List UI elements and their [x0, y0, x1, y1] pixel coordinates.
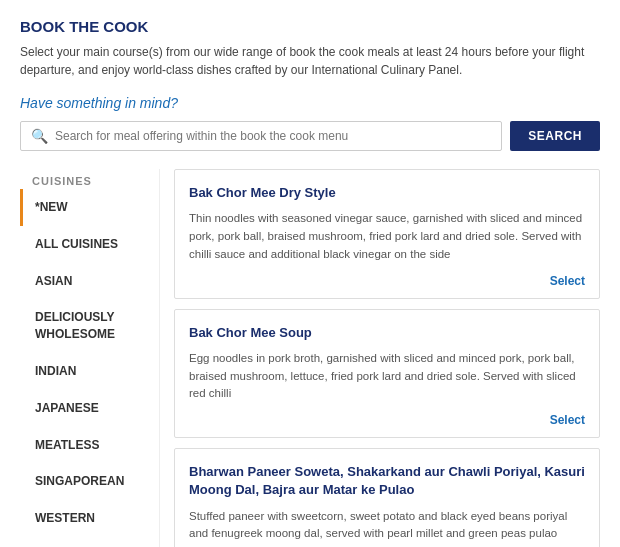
- meal-description: Stuffed paneer with sweetcorn, sweet pot…: [189, 508, 585, 544]
- sidebar-item-singaporean[interactable]: SINGAPOREAN: [20, 463, 159, 500]
- sidebar-item-new[interactable]: *NEW: [20, 189, 159, 226]
- meal-card-meal-3: Bharwan Paneer Soweta, Shakarkand aur Ch…: [174, 448, 600, 547]
- sidebar-item-asian[interactable]: ASIAN: [20, 263, 159, 300]
- sidebar: CUISINES *NEWALL CUISINESASIANDELICIOUSL…: [20, 169, 160, 547]
- search-row: 🔍 SEARCH: [20, 121, 600, 151]
- sidebar-item-indian[interactable]: INDIAN: [20, 353, 159, 390]
- have-something-prompt: Have something in mind?: [20, 95, 600, 111]
- search-icon: 🔍: [31, 128, 48, 144]
- search-box: 🔍: [20, 121, 502, 151]
- meal-select-button[interactable]: Select: [189, 413, 585, 427]
- meal-title: Bharwan Paneer Soweta, Shakarkand aur Ch…: [189, 463, 585, 499]
- cuisines-label: CUISINES: [20, 169, 159, 189]
- sidebar-item-meatless[interactable]: MEATLESS: [20, 427, 159, 464]
- page-description: Select your main course(s) from our wide…: [20, 43, 600, 79]
- search-input[interactable]: [55, 129, 491, 143]
- sidebar-item-japanese[interactable]: JAPANESE: [20, 390, 159, 427]
- meal-card-meal-1: Bak Chor Mee Dry StyleThin noodles with …: [174, 169, 600, 299]
- meals-list: Bak Chor Mee Dry StyleThin noodles with …: [160, 169, 600, 547]
- meal-select-button[interactable]: Select: [189, 274, 585, 288]
- main-content: CUISINES *NEWALL CUISINESASIANDELICIOUSL…: [20, 169, 600, 547]
- meal-title: Bak Chor Mee Dry Style: [189, 184, 585, 202]
- meal-description: Thin noodles with seasoned vinegar sauce…: [189, 210, 585, 263]
- meal-description: Egg noodles in pork broth, garnished wit…: [189, 350, 585, 403]
- sidebar-item-western[interactable]: WESTERN: [20, 500, 159, 537]
- meal-card-meal-2: Bak Chor Mee SoupEgg noodles in pork bro…: [174, 309, 600, 439]
- sidebar-item-all[interactable]: ALL CUISINES: [20, 226, 159, 263]
- meal-title: Bak Chor Mee Soup: [189, 324, 585, 342]
- sidebar-item-deliciously[interactable]: DELICIOUSLY WHOLESOME: [20, 299, 159, 353]
- search-button[interactable]: SEARCH: [510, 121, 600, 151]
- page-title: BOOK THE COOK: [20, 18, 600, 35]
